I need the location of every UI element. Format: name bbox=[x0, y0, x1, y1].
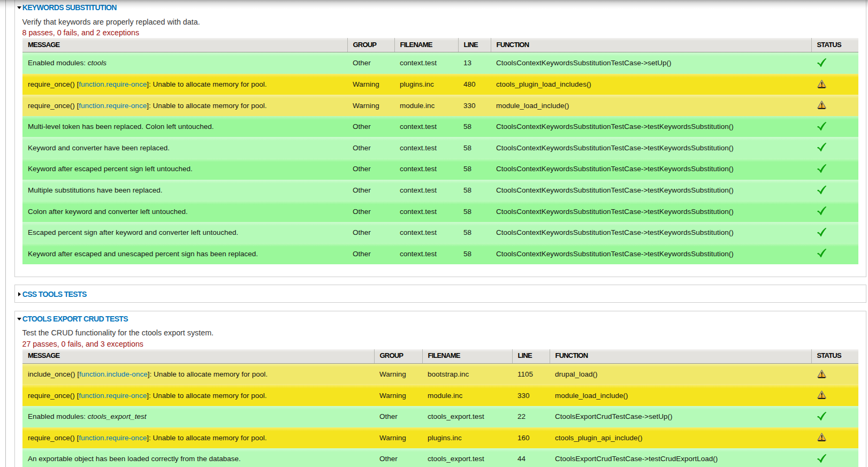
module-name-emphasis: ctools_export_test bbox=[88, 412, 147, 420]
cell-group: Warning bbox=[347, 95, 394, 116]
cell-function: CtoolsContextKeywordsSubstitutionTestCas… bbox=[491, 180, 811, 201]
fieldset-toggle-link-ctools-export-crud-tests[interactable]: CTOOLS EXPORT CRUD TESTS bbox=[22, 315, 128, 323]
cell-filename: context.test bbox=[394, 158, 458, 180]
cell-line: 58 bbox=[458, 222, 491, 243]
result-row: require_once() [function.require-once]: … bbox=[22, 74, 858, 95]
cell-filename: context.test bbox=[394, 201, 458, 222]
cell-group: Warning bbox=[374, 363, 422, 385]
cell-status bbox=[811, 74, 858, 95]
cell-line: 58 bbox=[458, 137, 491, 158]
result-row: Colon after keyword and converter left u… bbox=[22, 201, 858, 222]
test-group-result-summary: 27 passes, 0 fails, and 3 exceptions bbox=[22, 340, 859, 348]
cell-status bbox=[811, 243, 858, 264]
cell-group: Other bbox=[347, 52, 394, 74]
cell-function: CtoolsContextKeywordsSubstitutionTestCas… bbox=[491, 52, 811, 74]
message-text: include_once() [ bbox=[28, 370, 79, 378]
column-header-status: STATUS bbox=[811, 349, 858, 363]
fieldset-toggle-link-keywords-substitution[interactable]: KEYWORDS SUBSTITUTION bbox=[22, 3, 117, 12]
cell-function: module_load_include() bbox=[550, 385, 811, 406]
cell-group: Other bbox=[374, 406, 422, 427]
cell-line: 330 bbox=[458, 95, 491, 116]
cell-message: An exportable object has been loaded cor… bbox=[22, 448, 374, 467]
cell-filename: context.test bbox=[394, 243, 458, 264]
column-header-status: STATUS bbox=[811, 38, 858, 52]
cell-group: Other bbox=[347, 180, 394, 201]
cell-function: drupal_load() bbox=[550, 363, 811, 385]
column-header-function: FUNCTION bbox=[550, 349, 811, 363]
message-text: require_once() [ bbox=[28, 392, 79, 400]
cell-line: 44 bbox=[512, 448, 550, 467]
test-group-css-tools-tests: CSS TOOLS TESTS bbox=[14, 285, 866, 303]
test-results-table: MESSAGEGROUPFILENAMELINEFUNCTIONSTATUSEn… bbox=[22, 38, 858, 264]
php-function-doc-link[interactable]: function.require-once bbox=[79, 392, 147, 400]
php-function-doc-link[interactable]: function.require-once bbox=[79, 434, 147, 442]
warning-triangle-icon bbox=[817, 432, 827, 442]
cell-message: require_once() [function.require-once]: … bbox=[22, 95, 347, 116]
green-checkmark-icon bbox=[817, 142, 827, 152]
message-text: require_once() [ bbox=[28, 80, 79, 88]
test-group-result-summary: 8 passes, 0 fails, and 2 exceptions bbox=[22, 28, 859, 37]
cell-group: Warning bbox=[374, 427, 422, 449]
result-row: include_once() [function.include-once]: … bbox=[22, 363, 858, 385]
result-row: An exportable object has been loaded cor… bbox=[22, 448, 858, 467]
cell-message: require_once() [function.require-once]: … bbox=[22, 427, 374, 449]
green-checkmark-icon bbox=[817, 411, 827, 421]
message-text: Multi-level token has been replaced. Col… bbox=[28, 123, 214, 131]
message-text: Keyword and converter have been replaced… bbox=[28, 144, 170, 152]
result-row: require_once() [function.require-once]: … bbox=[22, 385, 858, 406]
column-header-function: FUNCTION bbox=[491, 38, 811, 52]
cell-message: Enabled modules: ctools bbox=[22, 52, 347, 74]
cell-status bbox=[811, 201, 858, 222]
cell-filename: plugins.inc bbox=[422, 427, 512, 449]
message-text: ]: Unable to allocate memory for pool. bbox=[147, 434, 267, 442]
cell-line: 58 bbox=[458, 158, 491, 180]
result-row: Enabled modules: ctoolsOthercontext.test… bbox=[22, 52, 858, 74]
cell-group: Other bbox=[347, 201, 394, 222]
cell-message: require_once() [function.require-once]: … bbox=[22, 74, 347, 95]
cell-group: Other bbox=[347, 137, 394, 158]
cell-filename: context.test bbox=[394, 222, 458, 243]
cell-message: Multiple substitutions have been replace… bbox=[22, 180, 347, 201]
result-row: require_once() [function.require-once]: … bbox=[22, 95, 858, 116]
message-text: An exportable object has been loaded cor… bbox=[28, 455, 241, 463]
test-results-table: MESSAGEGROUPFILENAMELINEFUNCTIONSTATUSin… bbox=[22, 349, 858, 467]
cell-line: 480 bbox=[458, 74, 491, 95]
result-row: Escaped percent sign after keyword and c… bbox=[22, 222, 858, 243]
php-function-doc-link[interactable]: function.require-once bbox=[79, 80, 147, 88]
php-function-doc-link[interactable]: function.require-once bbox=[79, 102, 147, 110]
result-row: Keyword after escaped percent sign left … bbox=[22, 158, 858, 180]
triangle-right-icon bbox=[18, 292, 21, 296]
result-row: Keyword and converter have been replaced… bbox=[22, 137, 858, 158]
column-header-line: LINE bbox=[458, 38, 491, 52]
message-text: ]: Unable to allocate memory for pool. bbox=[147, 102, 267, 110]
column-header-message: MESSAGE bbox=[22, 349, 374, 363]
page-left-rule bbox=[5, 0, 6, 467]
cell-function: CtoolsExportCrudTestCase->testCrudExport… bbox=[550, 448, 811, 467]
test-group-description: Test the CRUD functionality for the ctoo… bbox=[22, 328, 859, 337]
cell-line: 58 bbox=[458, 180, 491, 201]
warning-triangle-icon bbox=[817, 369, 827, 379]
message-text: Escaped percent sign after keyword and c… bbox=[28, 228, 238, 236]
result-row: Enabled modules: ctools_export_testOther… bbox=[22, 406, 858, 427]
cell-filename: bootstrap.inc bbox=[422, 363, 512, 385]
green-checkmark-icon bbox=[817, 454, 827, 463]
message-text: ]: Unable to allocate memory for pool. bbox=[148, 370, 268, 378]
fieldset-toggle-link-css-tools-tests[interactable]: CSS TOOLS TESTS bbox=[22, 290, 87, 298]
php-function-doc-link[interactable]: function.include-once bbox=[79, 370, 148, 378]
column-header-group: GROUP bbox=[347, 38, 394, 52]
cell-function: CtoolsExportCrudTestCase->setUp() bbox=[550, 406, 811, 427]
module-name-emphasis: ctools bbox=[88, 59, 106, 67]
cell-message: Keyword after escaped and unescaped perc… bbox=[22, 243, 347, 264]
cell-message: Escaped percent sign after keyword and c… bbox=[22, 222, 347, 243]
fieldset-legend: CTOOLS EXPORT CRUD TESTS bbox=[22, 315, 859, 323]
column-header-group: GROUP bbox=[374, 349, 422, 363]
cell-line: 1105 bbox=[512, 363, 550, 385]
cell-status bbox=[811, 180, 858, 201]
cell-function: CtoolsContextKeywordsSubstitutionTestCas… bbox=[491, 158, 811, 180]
green-checkmark-icon bbox=[817, 121, 827, 131]
test-group-description: Verify that keywords are properly replac… bbox=[22, 18, 859, 26]
cell-function: CtoolsContextKeywordsSubstitutionTestCas… bbox=[491, 243, 811, 264]
triangle-down-icon bbox=[17, 6, 21, 9]
cell-status bbox=[811, 385, 858, 406]
cell-message: Multi-level token has been replaced. Col… bbox=[22, 116, 347, 137]
